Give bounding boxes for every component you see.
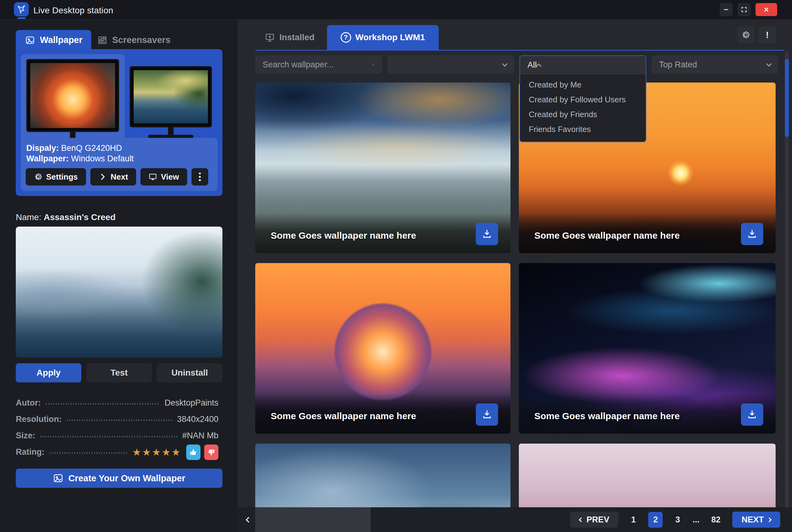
download-button[interactable] <box>741 223 763 245</box>
wallpaper-card[interactable]: Some Goes wallpaper name here <box>255 263 511 434</box>
download-icon <box>481 409 493 420</box>
maximize-button[interactable] <box>738 3 751 16</box>
wallpaper-grid: Some Goes wallpaper name here Some Goes … <box>255 82 776 527</box>
uninstall-button[interactable]: Uninstall <box>157 363 222 382</box>
tab-underline <box>255 50 784 51</box>
collapse-sidebar-button[interactable] <box>242 514 253 525</box>
rating-stars: ★★★★★ <box>132 446 181 458</box>
category-dropdown[interactable] <box>387 55 514 74</box>
tab-screensavers-label: Screensavers <box>112 35 171 45</box>
display-value: BenQ G2420HD <box>61 144 122 153</box>
filter-bar: All Created by Me Created by Followed Us… <box>255 55 778 142</box>
size-value: #NAN Mb <box>182 431 218 440</box>
logo-underline <box>18 17 26 19</box>
vertical-scrollbar-thumb[interactable] <box>785 59 789 137</box>
download-icon <box>481 228 493 240</box>
tab-workshop-label: Workshop LWM1 <box>355 33 425 42</box>
more-options-button[interactable] <box>191 168 208 186</box>
source-value: All <box>528 60 537 70</box>
prev-label: PREV <box>587 515 609 525</box>
download-button[interactable] <box>741 403 763 426</box>
page-2-current[interactable]: 2 <box>648 512 663 528</box>
pagination: PREV 1 2 3 ... 82 NEXT <box>570 512 780 528</box>
view-button[interactable]: View <box>141 168 187 186</box>
menu-item-created-by-friends[interactable]: Created by Friends <box>520 107 646 122</box>
chevron-right-icon <box>98 172 107 181</box>
chevron-down-icon <box>502 61 508 66</box>
tab-wallpaper-label: Wallpaper <box>40 35 82 45</box>
search-box <box>255 55 382 74</box>
sidebar-tabs: Wallpaper Screensavers <box>16 30 179 50</box>
create-wallpaper-label: Create Your Own Wallpaper <box>68 473 185 483</box>
display-buttons: Settings Next View <box>26 168 213 186</box>
vertical-scrollbar-track[interactable] <box>785 51 789 532</box>
meta-row-resolution: Resolution: 3840x2400 <box>16 411 218 428</box>
chevron-right-icon <box>767 517 772 522</box>
meta-row-size: Size: #NAN Mb <box>16 428 218 444</box>
kebab-icon <box>199 172 201 174</box>
question-icon <box>340 32 351 43</box>
monitor-2-wallpaper-thumb <box>134 70 208 124</box>
download-button[interactable] <box>476 223 498 245</box>
current-wallpaper-name: Name: Assassin's Creed <box>16 212 116 222</box>
settings-button[interactable]: Settings <box>26 168 86 186</box>
card-title: Some Goes wallpaper name here <box>534 230 680 241</box>
window-controls <box>720 3 777 16</box>
minimize-button[interactable] <box>720 3 733 16</box>
wallpaper-actions: Apply Test Uninstall <box>16 363 222 382</box>
resolution-value: 3840x2400 <box>177 415 218 424</box>
prev-page-button[interactable]: PREV <box>570 512 619 528</box>
apply-button[interactable]: Apply <box>16 363 81 382</box>
display-panel: Dispaly: BenQ G2420HD Wallpaper: Windows… <box>16 49 222 196</box>
app-logo-icon <box>14 2 29 16</box>
close-button[interactable] <box>755 3 777 16</box>
card-title: Some Goes wallpaper name here <box>271 230 416 241</box>
tab-installed[interactable]: Installed <box>255 25 327 50</box>
menu-item-created-by-me[interactable]: Created by Me <box>520 77 646 92</box>
meta-row-rating: Rating: ★★★★★ <box>16 444 218 460</box>
download-icon <box>747 409 758 420</box>
source-dropdown[interactable]: All <box>519 55 646 74</box>
thumbs-down-icon <box>207 448 215 456</box>
download-button[interactable] <box>476 403 498 426</box>
name-label: Name: <box>16 212 41 222</box>
size-label: Size: <box>16 431 35 440</box>
tab-wallpaper[interactable]: Wallpaper <box>16 30 91 50</box>
download-icon <box>747 228 758 240</box>
menu-item-created-by-followed[interactable]: Created by Followed Users <box>520 92 646 107</box>
horizontal-scrollbar-thumb[interactable] <box>255 507 371 532</box>
monitor-icon <box>148 172 157 181</box>
dotted-leader <box>67 419 172 421</box>
tab-workshop[interactable]: Workshop LWM1 <box>327 25 439 50</box>
author-value: DesktopPaints <box>165 398 218 408</box>
page-last[interactable]: 82 <box>711 515 720 525</box>
footer-bar: PREV 1 2 3 ... 82 NEXT <box>238 507 792 532</box>
wallpaper-card[interactable]: Some Goes wallpaper name here <box>519 263 776 434</box>
tab-installed-label: Installed <box>279 33 315 42</box>
wallpaper-metadata: Autor: DesktopPaints Resolution: 3840x24… <box>16 395 218 460</box>
menu-item-friends-favorites[interactable]: Friends Favorites <box>520 122 646 137</box>
create-wallpaper-button[interactable]: Create Your Own Wallpaper <box>16 469 222 488</box>
gear-icon <box>741 30 750 40</box>
search-icon <box>372 60 375 69</box>
screensaver-icon <box>97 35 108 45</box>
wallpaper-row: Wallpaper: Windows Default <box>26 153 212 164</box>
notifications-button[interactable] <box>759 26 776 43</box>
tab-screensavers[interactable]: Screensavers <box>91 30 180 50</box>
thumbs-down-button[interactable] <box>204 444 218 460</box>
monitor-1-selected[interactable] <box>21 54 125 144</box>
page-1[interactable]: 1 <box>630 515 637 525</box>
next-button[interactable]: Next <box>90 168 136 186</box>
sidebar: Wallpaper Screensavers Dispaly: BenQ G24… <box>0 20 238 532</box>
page-3[interactable]: 3 <box>675 515 681 525</box>
search-input[interactable] <box>263 60 372 70</box>
thumbs-up-button[interactable] <box>186 444 201 460</box>
wallpaper-preview-image <box>16 227 222 358</box>
next-label: Next <box>111 172 128 182</box>
test-button[interactable]: Test <box>86 363 152 382</box>
next-page-button[interactable]: NEXT <box>732 512 780 528</box>
settings-square-button[interactable] <box>737 26 754 43</box>
monitor-2-preview[interactable] <box>130 66 212 138</box>
display-row: Dispaly: BenQ G2420HD <box>26 143 212 153</box>
sort-dropdown[interactable]: Top Rated <box>651 55 778 74</box>
